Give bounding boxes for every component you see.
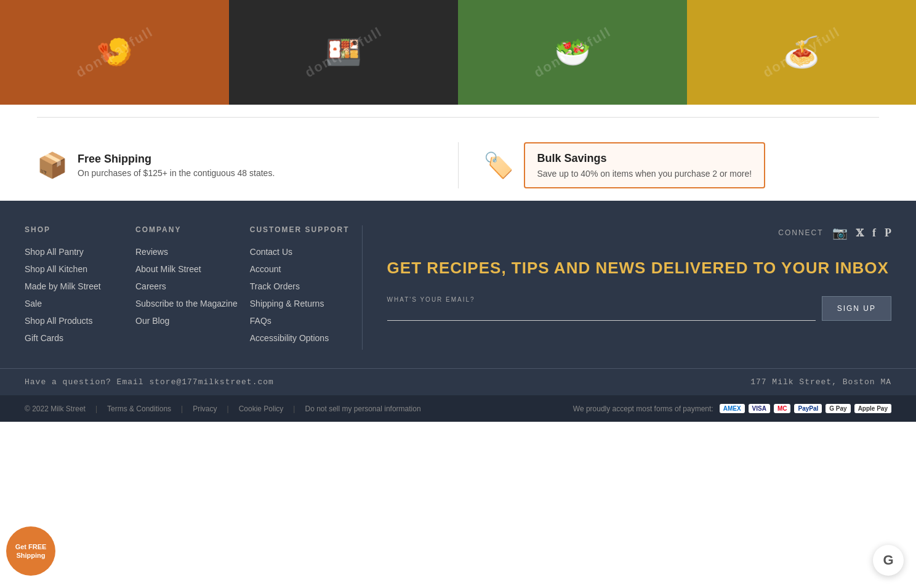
list-item: Shipping & Returns: [250, 298, 350, 309]
sale-link[interactable]: Sale: [25, 299, 42, 308]
bulk-savings-desc: Save up to 40% on items when you purchas…: [537, 169, 752, 179]
list-item: Gift Cards: [25, 332, 123, 344]
support-links: Contact Us Account Track Orders Shipping…: [250, 246, 350, 344]
list-item: Contact Us: [250, 246, 350, 257]
footer-bottom: © 2022 Milk Street | Terms & Conditions …: [0, 395, 916, 422]
gallery-item-2[interactable]: 🍱 dontpayfull: [229, 0, 458, 105]
do-not-sell-link[interactable]: Do not sell my personal information: [305, 405, 420, 413]
mastercard-icon: MC: [774, 404, 791, 413]
reviews-link[interactable]: Reviews: [135, 247, 168, 257]
question-bar-left: Have a question? Email store@177milkstre…: [25, 377, 274, 387]
list-item: Reviews: [135, 246, 238, 257]
company-heading: COMPANY: [135, 225, 238, 234]
careers-link[interactable]: Careers: [135, 281, 166, 291]
list-item: Account: [250, 264, 350, 275]
paypal-icon: PayPal: [794, 404, 822, 413]
apple-pay-icon: Apple Pay: [854, 404, 891, 413]
list-item: Sale: [25, 298, 123, 309]
list-item: About Milk Street: [135, 264, 238, 275]
gallery-item-3[interactable]: 🥗 dontpayfull: [458, 0, 687, 105]
made-by-link[interactable]: Made by Milk Street: [25, 281, 101, 291]
gallery: 🍤 dontpayfull 🍱 dontpayfull 🥗 dontpayful…: [0, 0, 916, 105]
facebook-icon[interactable]: f: [872, 227, 876, 240]
footer: SHOP Shop All Pantry Shop All Kitchen Ma…: [0, 201, 916, 422]
gallery-item-1[interactable]: 🍤 dontpayfull: [0, 0, 229, 105]
shipping-icon: 📦: [37, 151, 68, 180]
email-input[interactable]: [387, 305, 816, 316]
shop-products-link[interactable]: Shop All Products: [25, 316, 93, 326]
list-item: Subscribe to the Magazine: [135, 298, 238, 309]
shipping-returns-link[interactable]: Shipping & Returns: [250, 299, 324, 308]
benefit-divider: [458, 142, 459, 188]
bulk-savings-icon: 🏷️: [483, 151, 514, 180]
blog-link[interactable]: Our Blog: [135, 316, 169, 326]
faqs-link[interactable]: FAQs: [250, 316, 271, 326]
shop-pantry-link[interactable]: Shop All Pantry: [25, 247, 84, 257]
gpay-icon: G Pay: [826, 404, 850, 413]
signup-button[interactable]: SIGN UP: [822, 296, 891, 321]
footer-company-col: COMPANY Reviews About Milk Street Career…: [135, 225, 238, 350]
payment-text: We proudly accept most forms of payment:: [573, 405, 713, 413]
list-item: Careers: [135, 281, 238, 292]
free-shipping-desc: On purchases of $125+ in the contiguous …: [78, 168, 275, 178]
amex-icon: AMEX: [720, 404, 745, 413]
list-item: Track Orders: [250, 281, 350, 292]
footer-bottom-right: We proudly accept most forms of payment:…: [573, 404, 891, 413]
free-shipping-title: Free Shipping: [78, 153, 275, 166]
visa-icon: VISA: [749, 404, 770, 413]
list-item: Shop All Products: [25, 315, 123, 326]
section-divider: [37, 117, 879, 118]
bulk-savings-benefit: 🏷️ Bulk Savings Save up to 40% on items …: [483, 142, 880, 188]
magazine-link[interactable]: Subscribe to the Magazine: [135, 299, 238, 308]
list-item: Shop All Pantry: [25, 246, 123, 257]
gallery-item-4[interactable]: 🍝 dontpayfull: [687, 0, 916, 105]
benefits-section: 📦 Free Shipping On purchases of $125+ in…: [0, 130, 916, 201]
payment-icons: AMEX VISA MC PayPal G Pay Apple Pay: [720, 404, 891, 413]
list-item: Shop All Kitchen: [25, 264, 123, 275]
footer-shop-col: SHOP Shop All Pantry Shop All Kitchen Ma…: [25, 225, 123, 350]
account-link[interactable]: Account: [250, 264, 281, 274]
shop-links: Shop All Pantry Shop All Kitchen Made by…: [25, 246, 123, 344]
terms-link[interactable]: Terms & Conditions: [107, 405, 171, 413]
email-label: WHAT'S YOUR EMAIL?: [387, 296, 816, 303]
contact-link[interactable]: Contact Us: [250, 247, 292, 257]
support-heading: CUSTOMER SUPPORT: [250, 225, 350, 234]
shop-heading: SHOP: [25, 225, 123, 234]
instagram-icon[interactable]: 📷: [832, 225, 848, 240]
footer-main: SHOP Shop All Pantry Shop All Kitchen Ma…: [0, 201, 916, 368]
newsletter-headline: GET RECIPES, TIPS AND NEWS DELIVERED TO …: [387, 259, 891, 278]
newsletter-form: WHAT'S YOUR EMAIL? SIGN UP: [387, 296, 891, 321]
question-bar-right: 177 Milk Street, Boston MA: [750, 377, 891, 387]
shop-kitchen-link[interactable]: Shop All Kitchen: [25, 264, 87, 274]
footer-bottom-left: © 2022 Milk Street | Terms & Conditions …: [25, 405, 421, 413]
twitter-icon[interactable]: 𝕏: [856, 227, 864, 239]
list-item: Our Blog: [135, 315, 238, 326]
pinterest-icon[interactable]: P: [885, 227, 891, 240]
footer-newsletter: CONNECT 📷 𝕏 f P GET RECIPES, TIPS AND NE…: [362, 225, 891, 350]
footer-question-bar: Have a question? Email store@177milkstre…: [0, 368, 916, 395]
cookie-link[interactable]: Cookie Policy: [239, 405, 284, 413]
privacy-link[interactable]: Privacy: [193, 405, 217, 413]
email-input-wrap: WHAT'S YOUR EMAIL?: [387, 296, 816, 321]
copyright: © 2022 Milk Street: [25, 405, 86, 413]
connect-row: CONNECT 📷 𝕏 f P: [387, 225, 891, 240]
accessibility-link[interactable]: Accessibility Options: [250, 333, 329, 343]
footer-support-col: CUSTOMER SUPPORT Contact Us Account Trac…: [250, 225, 350, 350]
free-shipping-benefit: 📦 Free Shipping On purchases of $125+ in…: [37, 142, 433, 188]
gift-cards-link[interactable]: Gift Cards: [25, 333, 63, 343]
company-links: Reviews About Milk Street Careers Subscr…: [135, 246, 238, 326]
about-link[interactable]: About Milk Street: [135, 264, 201, 274]
connect-label: CONNECT: [778, 228, 823, 237]
bulk-savings-box: Bulk Savings Save up to 40% on items whe…: [524, 142, 766, 188]
list-item: FAQs: [250, 315, 350, 326]
bulk-savings-title: Bulk Savings: [537, 152, 752, 165]
list-item: Accessibility Options: [250, 332, 350, 344]
track-orders-link[interactable]: Track Orders: [250, 281, 300, 291]
list-item: Made by Milk Street: [25, 281, 123, 292]
